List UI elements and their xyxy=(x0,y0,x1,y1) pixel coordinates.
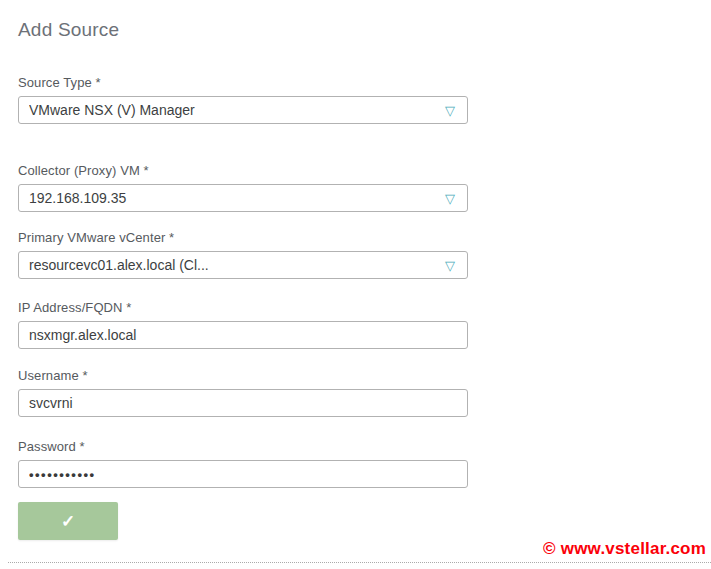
collector-proxy-vm-value: 192.168.109.35 xyxy=(29,190,445,206)
chevron-down-icon: ▽ xyxy=(445,192,457,205)
primary-vcenter-value: resourcevc01.alex.local (Cl... xyxy=(29,257,445,273)
field-primary-vcenter: Primary VMware vCenter * resourcevc01.al… xyxy=(18,230,468,279)
username-input[interactable] xyxy=(18,389,468,417)
primary-vcenter-dropdown[interactable]: resourcevc01.alex.local (Cl... ▽ xyxy=(18,251,468,279)
collector-proxy-vm-label: Collector (Proxy) VM * xyxy=(18,163,468,178)
primary-vcenter-label: Primary VMware vCenter * xyxy=(18,230,468,245)
page-title: Add Source xyxy=(18,19,119,41)
source-type-label: Source Type * xyxy=(18,75,468,90)
password-label: Password * xyxy=(18,439,468,454)
field-collector-proxy-vm: Collector (Proxy) VM * 192.168.109.35 ▽ xyxy=(18,163,468,212)
chevron-down-icon: ▽ xyxy=(445,104,457,117)
collector-proxy-vm-dropdown[interactable]: 192.168.109.35 ▽ xyxy=(18,184,468,212)
divider xyxy=(8,562,711,563)
checkmark-icon: ✓ xyxy=(61,513,75,530)
username-label: Username * xyxy=(18,368,468,383)
password-input[interactable] xyxy=(18,460,468,488)
field-ip-address-fqdn: IP Address/FQDN * xyxy=(18,300,468,349)
source-type-value: VMware NSX (V) Manager xyxy=(29,102,445,118)
field-source-type: Source Type * VMware NSX (V) Manager ▽ xyxy=(18,75,468,124)
watermark-text: © www.vstellar.com xyxy=(543,539,706,559)
ip-address-fqdn-label: IP Address/FQDN * xyxy=(18,300,468,315)
ip-address-fqdn-input[interactable] xyxy=(18,321,468,349)
chevron-down-icon: ▽ xyxy=(445,259,457,272)
source-type-dropdown[interactable]: VMware NSX (V) Manager ▽ xyxy=(18,96,468,124)
submit-button[interactable]: ✓ xyxy=(18,502,118,540)
add-source-page: Add Source Source Type * VMware NSX (V) … xyxy=(0,0,711,569)
field-password: Password * xyxy=(18,439,468,488)
field-username: Username * xyxy=(18,368,468,417)
